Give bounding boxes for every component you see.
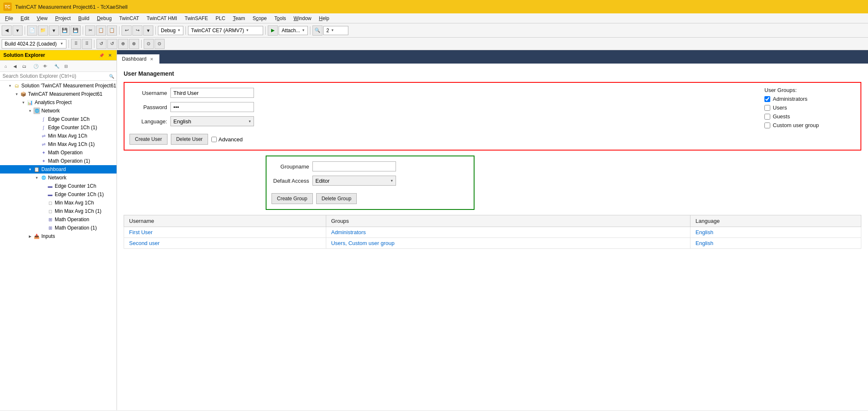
password-input[interactable] [170,102,254,112]
username-input[interactable] [170,88,254,98]
btn-open-drop[interactable]: ▼ [49,26,59,36]
tree-db-ec1[interactable]: ▶ ▬ Edge Counter 1Ch [0,182,117,190]
btn-open[interactable]: 📁 [38,26,48,36]
create-group-button[interactable]: Create Group [272,193,313,204]
delete-user-button[interactable]: Delete User [171,134,208,145]
btn-t8[interactable]: ⊙ [155,39,165,49]
attach-dropdown[interactable]: Attach... ▼ [279,26,308,35]
chk-administrators-input[interactable] [764,96,770,102]
expand-solution[interactable]: ▼ [7,82,13,89]
btn-redo[interactable]: ↪ [132,26,142,36]
btn-save[interactable]: 💾 [60,26,70,36]
expand-db-network[interactable]: ▼ [33,174,40,181]
btn-se-home[interactable]: ⌂ [2,62,10,70]
btn-copy[interactable]: 📋 [96,26,106,36]
expand-inputs[interactable]: ▶ [27,233,33,240]
btn-saveall[interactable]: 💾 [71,26,81,36]
btn-cut[interactable]: ✂ [85,26,95,36]
tree-ec1-1[interactable]: ▶ ∫ Edge Counter 1Ch (1) [0,123,117,132]
tree-mm1[interactable]: ▶ ⇌ Min Max Avg 1Ch [0,132,117,140]
btn-t5[interactable]: ⊕ [118,39,128,49]
table-row[interactable]: Second user Users, Custom user group Eng… [124,238,861,249]
create-user-button[interactable]: Create User [129,134,168,145]
btn-run[interactable]: ▶ [268,26,278,36]
btn-t4[interactable]: ↺ [107,39,117,49]
tree-project[interactable]: ▼ 📦 TwinCAT Measurement Project61 [0,90,117,98]
tab-dashboard-close[interactable]: ✕ [149,57,154,61]
tree-inputs[interactable]: ▶ 📥 Inputs [0,232,117,240]
build-dropdown[interactable]: Build 4024.22 (Loaded) ▼ [2,39,66,49]
chk-guests-input[interactable] [764,114,770,120]
search-input[interactable] [3,73,109,79]
expand-network[interactable]: ▼ [27,107,33,114]
tree-db-mm1-1[interactable]: ▶ ◻ Min Max Avg 1Ch (1) [0,207,117,215]
btn-t3[interactable]: ↺ [96,39,107,49]
tree-math1-1[interactable]: ▶ ✦ Math Operation (1) [0,157,117,165]
btn-t2[interactable]: ⠿ [82,39,92,49]
tree-db-math1[interactable]: ▶ ⊞ Math Operation [0,215,117,224]
search-val-dropdown[interactable]: 2 ▼ [323,26,348,35]
advanced-checkbox[interactable] [211,137,217,142]
chk-users-input[interactable] [764,105,770,111]
menu-twincathmi[interactable]: TwinCAT HMI [143,15,180,22]
chk-custom-input[interactable] [764,123,770,128]
menu-scope[interactable]: Scope [249,15,270,22]
language-select[interactable]: English German French [170,116,254,126]
btn-panel-close[interactable]: ✕ [107,52,113,59]
btn-pin[interactable]: 📌 [98,52,105,59]
btn-back[interactable]: ◀ [2,26,12,36]
menu-twincat[interactable]: TwinCAT [116,15,142,22]
btn-paste[interactable]: 📋 [107,26,117,36]
menu-help[interactable]: Help [315,15,332,22]
tree-db-ec1-1[interactable]: ▶ ▬ Edge Counter 1Ch (1) [0,190,117,199]
menu-team[interactable]: Team [229,15,248,22]
delete-group-button[interactable]: Delete Group [316,193,357,204]
tree-db-network[interactable]: ▼ 🌐 Network [0,174,117,182]
btn-t6[interactable]: ⊗ [129,39,139,49]
expand-project[interactable]: ▼ [13,91,20,97]
btn-forward[interactable]: ▼ [13,26,23,36]
btn-se-clock[interactable]: 🕐 [32,62,40,70]
menu-window[interactable]: Window [290,15,315,22]
tree-analytics[interactable]: ▼ 📊 Analytics Project [0,98,117,107]
btn-undo[interactable]: ↩ [122,26,132,36]
tree-network[interactable]: ▼ 🌐 Network [0,107,117,115]
search-icon[interactable]: 🔍 [109,74,114,79]
groupname-input[interactable] [312,161,396,171]
tree-db-math1-1[interactable]: ▶ ⊞ Math Operation (1) [0,224,117,232]
tree-dashboard[interactable]: ▼ 📋 Dashboard [0,165,117,174]
menu-build[interactable]: Build [75,15,93,22]
table-row[interactable]: First User Administrators English [124,227,861,238]
expand-analytics[interactable]: ▼ [20,99,27,106]
btn-se-back[interactable]: ◀ [11,62,19,70]
btn-se-settings[interactable]: ⊟ [62,62,70,70]
menu-edit[interactable]: Edit [17,15,33,22]
tree-ec1[interactable]: ▶ ∫ Edge Counter 1Ch [0,115,117,123]
label-network: Network [41,108,60,114]
tree-math1[interactable]: ▶ ✦ Math Operation [0,148,117,157]
btn-redo-drop[interactable]: ▼ [143,26,153,36]
btn-se-wrench[interactable]: 🔧 [53,62,61,70]
btn-t7[interactable]: ⊙ [144,39,154,49]
menu-twinsafe[interactable]: TwinSAFE [181,15,211,22]
expand-dashboard[interactable]: ▼ [27,166,33,173]
menu-view[interactable]: View [33,15,51,22]
menu-plc[interactable]: PLC [212,15,228,22]
btn-se-eye[interactable]: 👁 [41,62,49,70]
debug-dropdown[interactable]: Debug ▼ [158,26,183,35]
btn-se-new[interactable]: 🗂 [20,62,28,70]
default-access-select[interactable]: Editor Viewer Admin [312,176,396,186]
sep7 [310,26,310,35]
menu-file[interactable]: File [2,15,16,22]
menu-debug[interactable]: Debug [94,15,115,22]
btn-new[interactable]: 📄 [27,26,37,36]
tree-mm1-1[interactable]: ▶ ⇌ Min Max Avg 1Ch (1) [0,140,117,148]
btn-search-icon[interactable]: 🔍 [312,26,322,36]
tree-solution[interactable]: ▼ 🗂 Solution 'TwinCAT Measurement Projec… [0,82,117,90]
tab-dashboard[interactable]: Dashboard ✕ [117,54,160,64]
menu-project[interactable]: Project [52,15,74,22]
target-dropdown[interactable]: TwinCAT CE7 (ARMV7) ▼ [188,26,263,35]
menu-tools[interactable]: Tools [271,15,289,22]
tree-db-mm1[interactable]: ▶ ◻ Min Max Avg 1Ch [0,199,117,207]
btn-t1[interactable]: ⠿ [71,39,81,49]
